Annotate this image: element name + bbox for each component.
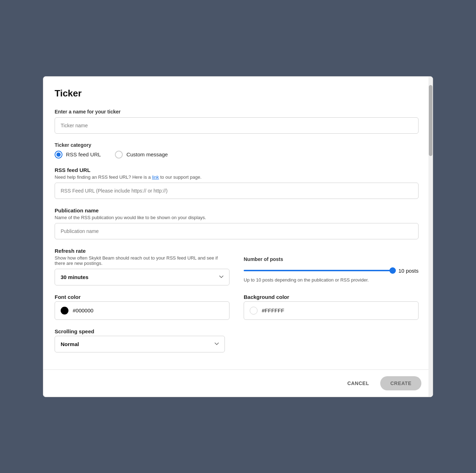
background-color-picker[interactable]: #FFFFFF	[244, 301, 419, 320]
ticker-name-input[interactable]	[55, 117, 419, 134]
font-color-label: Font color	[55, 294, 229, 300]
scrolling-speed-select[interactable]: Slow Normal Fast	[55, 336, 225, 352]
font-color-swatch	[61, 307, 68, 315]
refresh-rate-select[interactable]: 5 minutes 15 minutes 30 minutes 1 hour 2…	[55, 269, 229, 285]
modal-body: Ticker Enter a name for your ticker Tick…	[43, 77, 433, 369]
slider-note: Up to 10 posts depending on the publicat…	[244, 277, 419, 283]
create-button[interactable]: CREATE	[380, 376, 421, 390]
scrolling-speed-section: Scrolling speed Slow Normal Fast	[55, 328, 419, 352]
slider-thumb[interactable]	[389, 267, 396, 274]
slider-track[interactable]	[244, 270, 393, 271]
radio-rss-label: RSS feed URL	[66, 151, 101, 157]
publication-name-sublabel: Name of the RSS publication you would li…	[55, 215, 419, 220]
number-of-posts-label: Number of posts	[244, 256, 419, 262]
modal-footer: CANCEL CREATE	[43, 369, 433, 397]
refresh-rate-sublabel: Show how often Skykit Beam should reach …	[55, 255, 229, 266]
cancel-button[interactable]: CANCEL	[342, 377, 375, 390]
refresh-rate-section: Refresh rate Show how often Skykit Beam …	[55, 248, 229, 285]
rss-feed-title: RSS feed URL	[55, 167, 419, 173]
scrollbar-thumb[interactable]	[429, 85, 432, 156]
slider-value: 10 posts	[398, 268, 419, 274]
number-of-posts-section: Number of posts 10 posts Up to 10 posts …	[244, 248, 419, 285]
slider-row: 10 posts	[244, 268, 419, 274]
background-color-label: Background color	[244, 294, 419, 300]
rss-help-before: Need help finding an RSS feed URL? Here …	[55, 174, 152, 180]
ticker-name-label: Enter a name for your ticker	[55, 109, 419, 115]
publication-name-section: Publication name Name of the RSS publica…	[55, 207, 419, 239]
rss-feed-section: RSS feed URL Need help finding an RSS fe…	[55, 167, 419, 199]
publication-name-input[interactable]	[55, 223, 419, 239]
radio-group: RSS feed URL Custom message	[55, 151, 419, 158]
page-title: Ticker	[55, 88, 419, 99]
font-color-picker[interactable]: #000000	[55, 301, 229, 320]
scrolling-speed-label: Scrolling speed	[55, 328, 419, 334]
ticker-category-section: Ticker category RSS feed URL Custom mess…	[55, 142, 419, 158]
font-color-section: Font color #000000	[55, 294, 229, 320]
radio-custom-circle[interactable]	[115, 151, 123, 158]
ticker-name-section: Enter a name for your ticker	[55, 109, 419, 134]
publication-name-title: Publication name	[55, 207, 419, 213]
refresh-posts-row: Refresh rate Show how often Skykit Beam …	[55, 248, 419, 285]
color-row: Font color #000000 Background color #FFF…	[55, 294, 419, 320]
rss-help-link[interactable]: link	[152, 174, 159, 180]
modal-container: Ticker Enter a name for your ticker Tick…	[43, 76, 433, 397]
radio-rss-circle[interactable]	[55, 151, 62, 158]
scrollbar-track[interactable]	[428, 77, 433, 397]
radio-custom-option[interactable]: Custom message	[115, 151, 168, 158]
refresh-rate-title: Refresh rate	[55, 248, 229, 254]
rss-feed-help: Need help finding an RSS feed URL? Here …	[55, 174, 419, 180]
rss-url-input[interactable]	[55, 183, 419, 199]
ticker-category-label: Ticker category	[55, 142, 419, 148]
background-color-swatch	[250, 307, 258, 315]
rss-help-after: to our support page.	[159, 174, 201, 180]
background-color-section: Background color #FFFFFF	[244, 294, 419, 320]
background-color-value: #FFFFFF	[262, 307, 284, 313]
radio-custom-label: Custom message	[126, 151, 168, 157]
font-color-value: #000000	[73, 307, 93, 313]
radio-rss-option[interactable]: RSS feed URL	[55, 151, 101, 158]
